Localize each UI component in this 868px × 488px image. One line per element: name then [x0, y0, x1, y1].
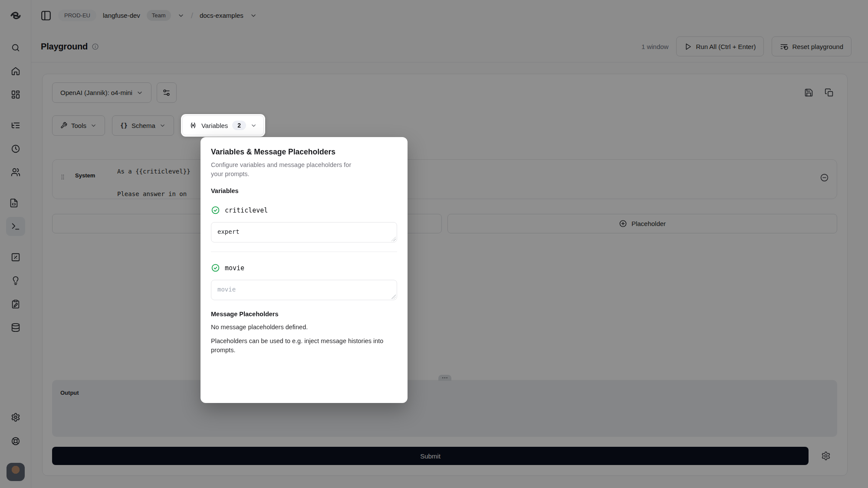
variable-value-input[interactable] [211, 280, 397, 300]
variable-item: movie [211, 263, 397, 300]
variable-value-input[interactable]: expert [211, 222, 397, 242]
placeholders-empty-text: No message placeholders defined. [211, 324, 397, 331]
popover-subtitle: Configure variables and message placehol… [211, 160, 364, 179]
placeholders-help-text: Placeholders can be used to e.g. inject … [211, 337, 385, 354]
check-circle-icon [211, 206, 220, 215]
variable-name: criticlevel [225, 206, 268, 214]
variable-icon [189, 121, 197, 129]
check-circle-icon [211, 263, 220, 272]
chevron-down-icon [250, 122, 257, 129]
variables-count-badge: 2 [232, 121, 246, 130]
variables-dropdown[interactable]: Variables 2 [182, 115, 264, 135]
dim-overlay[interactable] [0, 0, 868, 488]
variable-item: criticlevel expert [211, 206, 397, 242]
placeholders-heading: Message Placeholders [211, 311, 397, 318]
variables-label: Variables [201, 122, 228, 129]
resize-corner-icon [391, 295, 396, 299]
divider [211, 252, 397, 252]
variables-popover: Variables & Message Placeholders Configu… [201, 137, 408, 403]
variable-name: movie [225, 264, 244, 272]
variables-heading: Variables [211, 187, 397, 194]
variables-popover-anchor: Variables 2 [181, 114, 265, 137]
popover-title: Variables & Message Placeholders [211, 147, 397, 157]
resize-corner-icon [391, 237, 396, 241]
